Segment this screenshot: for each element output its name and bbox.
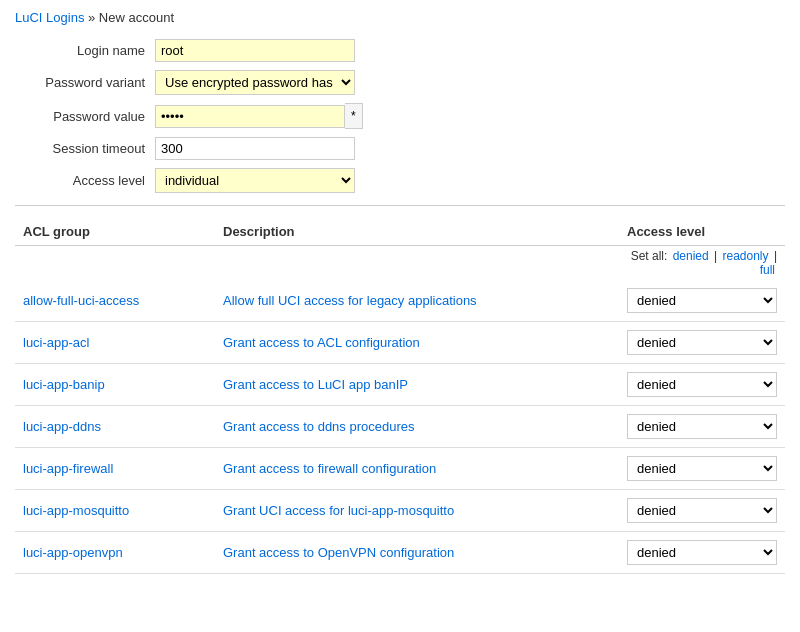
acl-table: ACL group Description Access level Set a… [15, 218, 785, 574]
session-timeout-label: Session timeout [15, 141, 155, 156]
acl-table-header-row: ACL group Description Access level [15, 218, 785, 246]
login-name-label: Login name [15, 43, 155, 58]
acl-row: luci-app-ddnsGrant access to ddns proced… [15, 406, 785, 448]
acl-description: Grant UCI access for luci-app-mosquitto [215, 490, 619, 532]
col-header-group: ACL group [15, 218, 215, 246]
access-level-row: Access level individual readonly denied … [15, 168, 785, 193]
password-value-row: Password value * [15, 103, 785, 129]
acl-row: luci-app-openvpnGrant access to OpenVPN … [15, 532, 785, 574]
acl-description: Grant access to OpenVPN configuration [215, 532, 619, 574]
acl-row: luci-app-firewallGrant access to firewal… [15, 448, 785, 490]
col-header-description: Description [215, 218, 619, 246]
acl-description: Grant access to ddns procedures [215, 406, 619, 448]
session-timeout-row: Session timeout [15, 137, 785, 160]
acl-description: Allow full UCI access for legacy applica… [215, 280, 619, 322]
acl-row: luci-app-mosquittoGrant UCI access for l… [15, 490, 785, 532]
password-value-label: Password value [15, 109, 155, 124]
breadcrumb-separator: » [88, 10, 99, 25]
acl-access-select-cell: deniedreadonlyfull [619, 406, 785, 448]
acl-group-name[interactable]: luci-app-firewall [15, 448, 215, 490]
password-variant-label: Password variant [15, 75, 155, 90]
password-value-wrap: * [155, 103, 363, 129]
acl-access-select[interactable]: deniedreadonlyfull [627, 540, 777, 565]
sep1: | [714, 249, 720, 263]
acl-access-select[interactable]: deniedreadonlyfull [627, 330, 777, 355]
acl-access-select-cell: deniedreadonlyfull [619, 532, 785, 574]
acl-table-body: allow-full-uci-accessAllow full UCI acce… [15, 280, 785, 574]
acl-group-name[interactable]: luci-app-acl [15, 322, 215, 364]
acl-access-select-cell: deniedreadonlyfull [619, 448, 785, 490]
set-all-full-link[interactable]: full [760, 263, 775, 277]
account-form: Login name Password variant Use encrypte… [15, 39, 785, 193]
acl-description: Grant access to firewall configuration [215, 448, 619, 490]
acl-access-select-cell: deniedreadonlyfull [619, 490, 785, 532]
password-value-input[interactable] [155, 105, 345, 128]
acl-access-select-cell: deniedreadonlyfull [619, 322, 785, 364]
set-all-row: Set all: denied | readonly | full [15, 246, 785, 281]
set-all-readonly-link[interactable]: readonly [723, 249, 769, 263]
section-divider [15, 205, 785, 206]
set-all-cell: Set all: denied | readonly | full [619, 246, 785, 281]
set-all-empty [15, 246, 619, 281]
acl-row: luci-app-aclGrant access to ACL configur… [15, 322, 785, 364]
breadcrumb: LuCI Logins » New account [15, 10, 785, 25]
acl-group-name[interactable]: allow-full-uci-access [15, 280, 215, 322]
breadcrumb-parent-link[interactable]: LuCI Logins [15, 10, 84, 25]
acl-access-select[interactable]: deniedreadonlyfull [627, 456, 777, 481]
access-level-select[interactable]: individual readonly denied full [155, 168, 355, 193]
set-all-label: Set all: [631, 249, 668, 263]
acl-group-name[interactable]: luci-app-openvpn [15, 532, 215, 574]
acl-access-select[interactable]: deniedreadonlyfull [627, 414, 777, 439]
password-variant-select[interactable]: Use encrypted password hash Use plaintex… [155, 70, 355, 95]
acl-group-name[interactable]: luci-app-banip [15, 364, 215, 406]
acl-description: Grant access to ACL configuration [215, 322, 619, 364]
acl-access-select[interactable]: deniedreadonlyfull [627, 288, 777, 313]
sep2: | [774, 249, 777, 263]
password-toggle-button[interactable]: * [345, 103, 363, 129]
login-name-input[interactable] [155, 39, 355, 62]
acl-access-select-cell: deniedreadonlyfull [619, 280, 785, 322]
password-variant-row: Password variant Use encrypted password … [15, 70, 785, 95]
acl-row: allow-full-uci-accessAllow full UCI acce… [15, 280, 785, 322]
acl-group-name[interactable]: luci-app-mosquitto [15, 490, 215, 532]
breadcrumb-current: New account [99, 10, 174, 25]
access-level-label: Access level [15, 173, 155, 188]
acl-group-name[interactable]: luci-app-ddns [15, 406, 215, 448]
col-header-access: Access level [619, 218, 785, 246]
acl-access-select-cell: deniedreadonlyfull [619, 364, 785, 406]
acl-access-select[interactable]: deniedreadonlyfull [627, 372, 777, 397]
acl-access-select[interactable]: deniedreadonlyfull [627, 498, 777, 523]
login-name-row: Login name [15, 39, 785, 62]
session-timeout-input[interactable] [155, 137, 355, 160]
set-all-denied-link[interactable]: denied [673, 249, 709, 263]
acl-row: luci-app-banipGrant access to LuCI app b… [15, 364, 785, 406]
acl-description: Grant access to LuCI app banIP [215, 364, 619, 406]
